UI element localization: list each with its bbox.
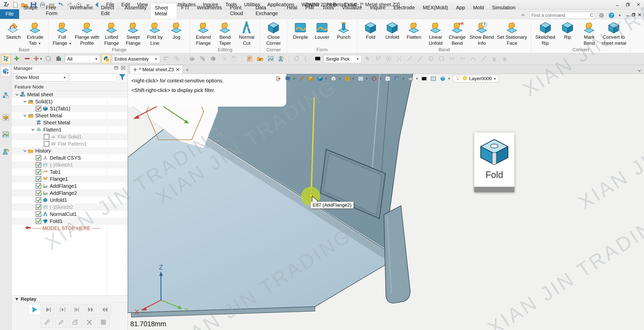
tab-assembly[interactable]: Assembly [121,3,151,19]
folder-check-button[interactable] [256,55,265,64]
restore-icon[interactable] [624,2,631,8]
tree-item-fold1[interactable]: Fold1 [12,218,128,225]
tree-checkbox[interactable] [36,197,41,203]
play-button[interactable] [28,304,41,315]
document-tab[interactable]: * Metal sheet.Z3 [130,65,183,74]
find-command-box[interactable] [530,12,595,19]
fold-button[interactable]: Fold [360,21,381,41]
tab-data-exchange[interactable]: Data Exchange [252,3,283,19]
tab-mold[interactable]: Mold [469,3,488,19]
tree-item-s1-tab1[interactable]: S1(Tab1) [12,105,128,112]
find-command-input[interactable] [531,13,590,18]
tab-fti[interactable]: FTI [177,3,193,19]
tree-checkbox[interactable] [36,190,41,196]
tree-checkbox[interactable] [36,183,41,189]
tree-caret-icon[interactable] [22,149,28,153]
zw3d-logo-icon[interactable] [3,2,10,8]
show-bend-info-button[interactable]: ?Show BendInfo [468,21,495,47]
notes-list-button[interactable] [245,55,254,64]
wireframe-cube-icon[interactable] [330,75,337,82]
sketch-button[interactable]: Sketch [3,21,24,41]
section-view-icon[interactable] [393,75,400,82]
new-file-icon[interactable] [12,2,19,8]
tree-item-sketch2[interactable]: (-)Sketch2 [12,204,128,211]
minimize-icon[interactable] [614,2,621,8]
tree-item-flat-pattern1[interactable]: Flat Pattern1 [12,140,128,147]
tree-item-flat-solid1[interactable]: Flat Solid1 [12,133,128,140]
tree-checkbox[interactable] [36,218,41,224]
dimple-button[interactable]: Dimple [290,21,311,41]
tab-weldments[interactable]: Weldments [193,3,226,19]
tab-mex-mold[interactable]: MEX(Mold) [419,3,452,19]
fold-by-line-button[interactable]: Fold byLine [144,21,166,47]
select-cursor-button[interactable] [2,55,11,64]
manager-cube-icon[interactable] [1,66,11,76]
swatch-dark-icon[interactable] [421,75,428,82]
tree-item-addflange1[interactable]: AddFlange1 [12,182,128,190]
graphics-canvas[interactable]: Z X Y <right-click> for context-sensitiv… [128,74,644,330]
tab-shape[interactable]: Shape [19,3,42,19]
tree-search-input[interactable] [70,73,117,81]
flange-with-profile-button[interactable]: Flange withProfile [73,21,101,47]
close-tab-icon[interactable] [176,68,180,71]
tree-checkbox[interactable] [36,169,41,175]
delete-feature-button[interactable] [83,317,96,328]
punch-button[interactable]: Punch [333,21,354,41]
tree-item-sheet-metal-4[interactable]: Sheet Metal [12,119,128,126]
set-stationary-face-button[interactable]: Set StationaryFace [496,21,529,47]
tab-tools[interactable]: Tools [318,3,338,19]
tree-checkbox[interactable] [36,162,41,168]
tab-simulation[interactable]: Simulation [488,3,519,19]
close-panel-icon[interactable] [121,66,126,71]
close-corner-button[interactable]: CloseCorner [263,21,284,47]
material-ball-icon[interactable] [439,75,446,82]
tab-free-form[interactable]: Free Form [42,3,66,19]
mark-bend-button[interactable]: MarkBend [578,21,600,47]
render-image-icon[interactable] [1,129,11,139]
rollback-button[interactable] [69,317,82,328]
tree-checkbox[interactable] [36,176,41,182]
tree-checkbox[interactable] [36,211,41,217]
tree-item-sketch1[interactable]: (-)Sketch1 [12,161,128,168]
new-tab-button[interactable]: + [183,66,191,74]
shade-cube-icon[interactable] [316,75,324,82]
link-button[interactable] [41,317,53,328]
float-panel-icon[interactable] [114,66,118,71]
tree-checkbox[interactable] [36,106,41,111]
layer-combo[interactable]: Layer0000▼ [453,75,499,82]
jog-button[interactable]: Jog [166,21,187,41]
tab-heal[interactable]: Heal [283,3,301,19]
tree-checkbox[interactable] [36,155,41,161]
tree-item-sheet-metal-3[interactable]: Sheet Metal [12,112,128,119]
linear-unfold-button[interactable]: LinearUnfold [425,21,446,47]
step-last-button[interactable] [42,304,55,315]
normal-cut-button[interactable]: NormalCut [236,21,257,47]
edit-feature-button[interactable] [55,317,67,328]
unfold-button[interactable]: Unfold [381,21,403,41]
extrude-tab-button[interactable]: ExtrudeTab ▼ [24,21,46,47]
tab-sheet-metal[interactable]: Sheet Metal [150,3,177,19]
reference-scope-button[interactable] [102,55,111,64]
change-bend-button[interactable]: +RChangeBend [446,21,468,47]
feature-node-column-header[interactable]: Feature Node [12,83,128,91]
tree-item-history[interactable]: History [12,147,128,154]
tree-item-flange1[interactable]: Flange1 [12,175,128,182]
paintbrush-icon[interactable] [298,75,305,82]
image-frame-icon[interactable] [357,75,364,82]
settings-gear-icon[interactable] [598,12,605,19]
bend-taper-button[interactable]: BendTaper [214,21,236,47]
sketched-rip-button[interactable]: SketchedRip [534,21,557,47]
pick-combo[interactable]: Single Pick▼ [324,55,361,63]
shade-gold-icon[interactable] [307,75,314,82]
tree-item-flatten1[interactable]: Flatten1 [12,126,128,133]
tree-item-addflange2[interactable]: AddFlange2 [12,190,128,197]
swept-flange-button[interactable]: SweptFlange [122,21,144,47]
replay-header[interactable]: Replay [12,296,128,303]
remove-entity-button[interactable] [23,55,32,64]
collapse-ribbon-icon[interactable] [519,12,527,19]
wheel-views-icon[interactable] [344,75,351,82]
tree-checkbox[interactable] [44,134,49,139]
camera-view-icon[interactable] [407,75,414,82]
tree-item-default-csys[interactable]: Default CSYS [12,154,128,161]
convert-to-sheet-metal-button[interactable]: Convert tosheet metal [600,21,628,47]
